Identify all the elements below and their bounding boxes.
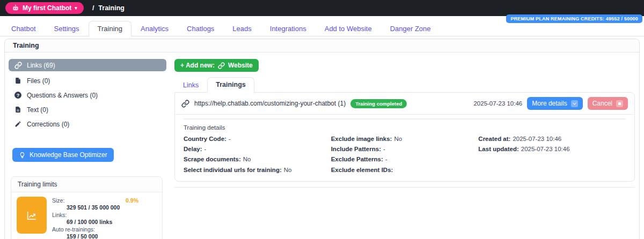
detail-field: Country Code: -	[184, 133, 331, 144]
details-divider	[184, 118, 626, 120]
training-content: + Add new: Website Links Trainings https…	[174, 59, 635, 188]
stop-icon	[616, 100, 623, 107]
detail-field: Exclude element IDs:	[331, 165, 479, 175]
training-details-card: https://help.chatlab.com/customizing-you…	[174, 92, 635, 182]
detail-label: Exclude Patterns:	[331, 156, 383, 162]
detail-label: Include Patterns:	[331, 146, 381, 152]
detail-value: -	[385, 156, 387, 162]
more-details-button[interactable]: More details	[527, 97, 582, 110]
detail-label: Select individual urls for training:	[184, 167, 282, 173]
link-icon	[14, 62, 22, 69]
detail-field: Scrape documents: No	[184, 154, 331, 165]
text-file-icon	[14, 106, 22, 113]
chatbot-name: My first Chatbot	[23, 4, 71, 12]
detail-value: -	[383, 146, 385, 152]
panel-title: Training	[5, 39, 639, 53]
sidebar-item-label: Files (0)	[27, 77, 50, 85]
training-timestamp: 2025-07-23 10:46	[473, 100, 522, 107]
chevron-down-icon	[571, 100, 578, 107]
tab-chatbot[interactable]: Chatbot	[2, 21, 45, 36]
sidebar-item-text[interactable]: Text (0)	[9, 102, 166, 117]
training-panel: Training Links (69) Files (0) ? Question…	[4, 39, 640, 239]
detail-value: -	[229, 136, 231, 142]
robot-icon	[12, 4, 19, 12]
file-icon	[14, 77, 22, 84]
detail-field: Created at: 2025-07-23 10:46	[478, 133, 626, 144]
training-sidebar: Links (69) Files (0) ? Questions & Answe…	[9, 59, 166, 239]
size-value: 329 501 / 35 000 000	[52, 204, 157, 211]
sidebar-item-files[interactable]: Files (0)	[9, 73, 166, 88]
auto-retrainings-value: 159 / 50 000	[52, 233, 157, 239]
details-column-2: Exclude image links: No Include Patterns…	[331, 133, 479, 175]
detail-label: Created at:	[478, 136, 510, 142]
optimizer-label: Knowledge Base Optimizer	[30, 151, 107, 159]
inner-tabs: Links Trainings	[174, 77, 635, 92]
tab-danger-zone[interactable]: Danger Zone	[381, 21, 440, 36]
pencil-icon	[14, 121, 22, 128]
tab-integrations[interactable]: Integrations	[261, 21, 316, 36]
detail-field: Last updated: 2025-07-23 10:46	[478, 144, 626, 154]
sidebar-item-label: Corrections (0)	[27, 121, 69, 128]
content-bottom-divider	[174, 187, 635, 188]
breadcrumb: / Training	[92, 4, 125, 12]
chart-trend-icon	[17, 197, 47, 234]
question-icon: ?	[14, 92, 22, 99]
sidebar-item-questions-answers[interactable]: ? Questions & Answers (0)	[9, 88, 166, 102]
training-row[interactable]: https://help.chatlab.com/customizing-you…	[175, 93, 634, 115]
detail-label: Exclude element IDs:	[331, 167, 393, 173]
panel-body: Links (69) Files (0) ? Questions & Answe…	[5, 53, 639, 239]
status-badge: Training completed	[350, 99, 407, 108]
sidebar-item-label: Links (69)	[27, 62, 55, 69]
sidebar-item-links[interactable]: Links (69)	[9, 59, 166, 71]
training-limits-body: Size: 0.9% 329 501 / 35 000 000 Links: 6…	[11, 192, 162, 239]
lightbulb-icon	[19, 152, 26, 159]
training-limits-card: Training limits Size: 0.9% 329 501 / 35 …	[11, 176, 163, 239]
detail-field: Delay: -	[184, 144, 331, 154]
tab-analytics[interactable]: Analytics	[131, 21, 178, 36]
size-percent: 0.9%	[126, 197, 138, 204]
add-new-website-button[interactable]: + Add new: Website	[174, 59, 259, 72]
size-label: Size:	[52, 197, 64, 204]
detail-value: No	[284, 167, 292, 173]
detail-label: Exclude image links:	[331, 136, 392, 142]
detail-label: Delay:	[184, 146, 202, 152]
inner-tab-links[interactable]: Links	[174, 78, 207, 92]
add-new-target: Website	[228, 62, 253, 69]
detail-field: Include Patterns: -	[331, 144, 479, 154]
tab-training[interactable]: Training	[89, 21, 131, 36]
tab-add-to-website[interactable]: Add to Website	[316, 21, 381, 36]
top-bar: My first Chatbot ▾ / Training	[0, 0, 644, 16]
breadcrumb-separator: /	[92, 4, 94, 12]
sidebar-item-corrections[interactable]: Corrections (0)	[9, 117, 166, 131]
links-label: Links:	[52, 212, 157, 219]
link-icon	[181, 100, 189, 108]
chatbot-selector-button[interactable]: My first Chatbot ▾	[5, 2, 84, 14]
sidebar-item-label: Questions & Answers (0)	[27, 92, 98, 99]
detail-value: 2025-07-23 10:46	[513, 136, 561, 142]
cancel-button[interactable]: Cancel	[588, 97, 628, 110]
details-column-1: Country Code: - Delay: - Scrape document…	[184, 133, 331, 175]
cancel-label: Cancel	[592, 100, 612, 107]
details-column-3: Created at: 2025-07-23 10:46 Last update…	[478, 133, 626, 175]
detail-value: No	[394, 136, 402, 142]
sidebar-item-label: Text (0)	[27, 106, 48, 114]
link-icon	[218, 62, 225, 69]
inner-tab-trainings[interactable]: Trainings	[207, 77, 254, 93]
credits-badge: PREMIUM PLAN REMAINING CREDITS: 49552 / …	[506, 14, 642, 23]
detail-value: No	[243, 156, 251, 162]
tab-settings[interactable]: Settings	[45, 21, 89, 36]
more-details-label: More details	[532, 100, 567, 107]
detail-field: Exclude Patterns: -	[331, 154, 479, 165]
breadcrumb-current: Training	[98, 4, 125, 12]
tab-leads[interactable]: Leads	[223, 21, 260, 36]
training-url-link[interactable]: https://help.chatlab.com/customizing-you…	[194, 100, 346, 107]
detail-field: Select individual urls for training: No	[184, 165, 331, 175]
chevron-down-icon: ▾	[75, 6, 77, 11]
training-limits-stats: Size: 0.9% 329 501 / 35 000 000 Links: 6…	[52, 197, 157, 239]
tab-chatlogs[interactable]: Chatlogs	[178, 21, 223, 36]
detail-label: Scrape documents:	[184, 156, 241, 162]
auto-retrainings-label: Auto re-trainings:	[52, 226, 157, 233]
training-details-grid: Country Code: - Delay: - Scrape document…	[184, 133, 626, 175]
knowledge-base-optimizer-button[interactable]: Knowledge Base Optimizer	[12, 148, 114, 162]
training-details-title: Training details	[184, 124, 626, 131]
